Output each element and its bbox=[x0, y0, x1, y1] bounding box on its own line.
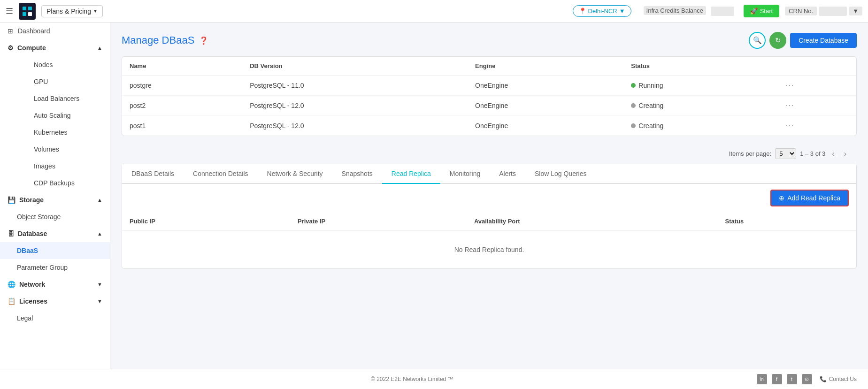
storage-icon: 💾 bbox=[8, 196, 15, 204]
sidebar: ⊞ Dashboard ⚙ Compute ▲ Nodes GPU Load B… bbox=[0, 23, 110, 369]
add-read-replica-button[interactable]: ⊕ Add Read Replica bbox=[770, 190, 849, 206]
licenses-chevron-icon: ▼ bbox=[97, 298, 102, 304]
database-table: Name DB Version Engine Status postgre Po… bbox=[122, 57, 856, 136]
status-indicator bbox=[631, 83, 636, 88]
svg-rect-2 bbox=[28, 7, 32, 10]
db-version: PostgreSQL - 11.0 bbox=[242, 76, 468, 96]
twitter-icon[interactable]: t bbox=[787, 374, 797, 384]
db-engine: OneEngine bbox=[468, 76, 623, 96]
page-header: Manage DBaaS ❓ 🔍 ↻ Create Database bbox=[122, 32, 857, 49]
refresh-button[interactable]: ↻ bbox=[769, 32, 786, 49]
tab-alerts[interactable]: Alerts bbox=[490, 164, 525, 184]
row-menu[interactable]: ··· bbox=[778, 76, 856, 96]
dashboard-icon: ⊞ bbox=[8, 27, 13, 35]
contact-us[interactable]: 📞 Contact Us bbox=[820, 376, 857, 382]
sidebar-item-gpu[interactable]: GPU bbox=[17, 73, 110, 90]
facebook-icon[interactable]: f bbox=[772, 374, 782, 384]
main-content: Manage DBaaS ❓ 🔍 ↻ Create Database Name … bbox=[110, 23, 868, 369]
sidebar-item-images[interactable]: Images bbox=[17, 158, 110, 175]
sidebar-section-database[interactable]: 🗄 Database ▲ bbox=[0, 225, 110, 242]
start-button[interactable]: 🚀 Start bbox=[744, 5, 779, 17]
sidebar-item-volumes[interactable]: Volumes bbox=[17, 141, 110, 158]
sidebar-section-compute[interactable]: ⚙ Compute ▲ bbox=[0, 39, 110, 56]
compute-icon: ⚙ bbox=[8, 44, 14, 52]
row-menu[interactable]: ··· bbox=[778, 96, 856, 116]
sidebar-item-kubernetes[interactable]: Kubernetes bbox=[17, 124, 110, 141]
table-row[interactable]: postgre PostgreSQL - 11.0 OneEngine Runn… bbox=[122, 76, 856, 96]
db-name: post1 bbox=[122, 116, 242, 136]
pagination: Items per page: 5 10 25 1 – 3 of 3 ‹ › bbox=[122, 144, 857, 164]
tab-snapshots[interactable]: Snapshots bbox=[332, 164, 382, 184]
help-icon[interactable]: ❓ bbox=[199, 36, 208, 45]
db-version: PostgreSQL - 12.0 bbox=[242, 116, 468, 136]
plus-circle-icon: ⊕ bbox=[779, 194, 784, 202]
sidebar-section-network[interactable]: 🌐 Network ▼ bbox=[0, 276, 110, 293]
database-icon: 🗄 bbox=[8, 230, 14, 237]
search-button[interactable]: 🔍 bbox=[749, 32, 766, 49]
sidebar-item-load-balancers[interactable]: Load Balancers bbox=[17, 90, 110, 107]
replica-col-private-ip: Private IP bbox=[290, 212, 467, 231]
rss-icon[interactable]: ⊙ bbox=[802, 374, 812, 384]
footer: © 2022 E2E Networks Limited ™ in f t ⊙ 📞… bbox=[0, 369, 868, 389]
database-chevron-icon: ▲ bbox=[97, 231, 102, 236]
contact-icon: 📞 bbox=[820, 376, 827, 382]
sidebar-item-nodes[interactable]: Nodes bbox=[17, 56, 110, 73]
items-per-page-select[interactable]: 5 10 25 bbox=[775, 148, 796, 159]
storage-chevron-icon: ▲ bbox=[97, 197, 102, 203]
pagination-range: 1 – 3 of 3 bbox=[800, 150, 825, 157]
sidebar-item-legal[interactable]: Legal bbox=[0, 310, 110, 327]
sidebar-section-storage[interactable]: 💾 Storage ▲ bbox=[0, 191, 110, 208]
status-indicator bbox=[631, 123, 636, 128]
replica-table: Public IPPrivate IPAvailability PortStat… bbox=[122, 212, 856, 268]
db-name: postgre bbox=[122, 76, 242, 96]
infra-credits: Infra Credits Balance bbox=[641, 7, 734, 16]
svg-rect-4 bbox=[28, 12, 32, 16]
tab-connection-details[interactable]: Connection Details bbox=[184, 164, 258, 184]
sidebar-item-cdp-backups[interactable]: CDP Backups bbox=[17, 175, 110, 191]
tab-network-security[interactable]: Network & Security bbox=[258, 164, 332, 184]
items-per-page-label: Items per page: bbox=[729, 150, 771, 157]
tabs-bar: DBaaS DetailsConnection DetailsNetwork &… bbox=[122, 164, 856, 184]
create-database-button[interactable]: Create Database bbox=[790, 33, 857, 48]
db-engine: OneEngine bbox=[468, 96, 623, 116]
table-row[interactable]: post1 PostgreSQL - 12.0 OneEngine Creati… bbox=[122, 116, 856, 136]
plans-pricing-menu[interactable]: Plans & Pricing ▼ bbox=[41, 5, 103, 17]
db-status: Creating bbox=[623, 116, 778, 136]
plans-dropdown-icon: ▼ bbox=[93, 8, 98, 14]
sidebar-item-parameter-group[interactable]: Parameter Group bbox=[0, 259, 110, 276]
sidebar-item-dbaas[interactable]: DBaaS bbox=[0, 242, 110, 259]
pagination-next[interactable]: › bbox=[841, 149, 849, 159]
pagination-prev[interactable]: ‹ bbox=[829, 149, 837, 159]
tab-dbaas-details[interactable]: DBaaS Details bbox=[122, 164, 184, 184]
sidebar-item-dashboard[interactable]: ⊞ Dashboard bbox=[0, 23, 110, 39]
row-menu[interactable]: ··· bbox=[778, 116, 856, 136]
crn-dropdown-icon[interactable]: ▼ bbox=[849, 7, 862, 15]
replica-col-availability-port: Availability Port bbox=[467, 212, 718, 231]
tab-read-replica[interactable]: Read Replica bbox=[382, 164, 440, 184]
sidebar-item-auto-scaling[interactable]: Auto Scaling bbox=[17, 107, 110, 124]
location-dropdown-icon: ▼ bbox=[619, 8, 625, 15]
db-status: Creating bbox=[623, 96, 778, 116]
sidebar-section-licenses[interactable]: 📋 Licenses ▼ bbox=[0, 293, 110, 310]
tab-monitoring[interactable]: Monitoring bbox=[440, 164, 490, 184]
col-version: DB Version bbox=[242, 57, 468, 76]
db-version: PostgreSQL - 12.0 bbox=[242, 96, 468, 116]
tab-slow-log[interactable]: Slow Log Queries bbox=[525, 164, 596, 184]
col-actions bbox=[778, 57, 856, 76]
no-replica-message: No Read Replica found. bbox=[122, 231, 856, 269]
svg-rect-0 bbox=[21, 5, 34, 18]
svg-rect-1 bbox=[23, 7, 26, 10]
linkedin-icon[interactable]: in bbox=[757, 374, 767, 384]
location-selector[interactable]: 📍 Delhi-NCR ▼ bbox=[573, 5, 631, 17]
network-icon: 🌐 bbox=[8, 281, 15, 288]
footer-social-icons: in f t ⊙ bbox=[757, 374, 812, 384]
svg-rect-3 bbox=[23, 12, 26, 16]
col-engine: Engine bbox=[468, 57, 623, 76]
replica-actions: ⊕ Add Read Replica bbox=[122, 184, 856, 212]
compute-chevron-icon: ▲ bbox=[97, 45, 102, 51]
table-row[interactable]: post2 PostgreSQL - 12.0 OneEngine Creati… bbox=[122, 96, 856, 116]
footer-copyright: © 2022 E2E Networks Limited ™ bbox=[75, 376, 749, 382]
sidebar-item-object-storage[interactable]: Object Storage bbox=[0, 208, 110, 225]
hamburger-icon[interactable]: ☰ bbox=[6, 6, 13, 16]
db-engine: OneEngine bbox=[468, 116, 623, 136]
